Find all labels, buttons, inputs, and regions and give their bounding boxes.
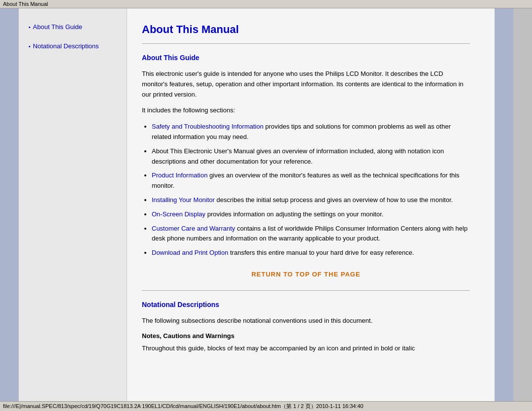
link-customer-care[interactable]: Customer Care and Warranty <box>152 225 235 232</box>
bullet-text-2: About This Electronic User's Manual give… <box>152 147 444 165</box>
bullet-item-2: About This Electronic User's Manual give… <box>152 146 470 167</box>
bullet-text-5: provides information on adjusting the se… <box>205 210 383 218</box>
statusbar-text: file:///E|/manual.SPEC/813/spec/cd/19/Q7… <box>3 403 364 409</box>
mid-divider <box>142 290 470 291</box>
link-product-info[interactable]: Product Information <box>152 171 207 179</box>
sidebar-item-about[interactable]: • About This Guide <box>29 23 119 36</box>
right-gutter <box>495 8 513 401</box>
bullet-item-4: Installing Your Monitor describes the in… <box>152 195 470 206</box>
section-about-this-guide: About This Guide This electronic user's … <box>142 54 470 258</box>
section-title-about: About This Guide <box>142 54 470 62</box>
sidebar: • About This Guide • Notational Descript… <box>19 8 127 401</box>
notational-paragraph-1: The following subsections describe notat… <box>142 316 470 326</box>
notational-additional: Throughout this guide, blocks of text ma… <box>142 343 470 354</box>
main-content: About This Manual About This Guide This … <box>127 8 495 401</box>
titlebar-text: About This Manual <box>3 1 48 7</box>
sidebar-link-notational[interactable]: Notational Descriptions <box>33 42 99 50</box>
bullet-item-7: Download and Print Option transfers this… <box>152 248 470 258</box>
bullet-item-6: Customer Care and Warranty contains a li… <box>152 224 470 244</box>
link-installing[interactable]: Installing Your Monitor <box>152 196 215 204</box>
statusbar: file:///E|/manual.SPEC/813/spec/cd/19/Q7… <box>0 401 532 411</box>
about-paragraph-1: This electronic user's guide is intended… <box>142 69 470 100</box>
section-title-notational: Notational Descriptions <box>142 301 470 308</box>
page-title: About This Manual <box>142 23 470 36</box>
bullet-1: • <box>29 24 31 30</box>
sidebar-link-about[interactable]: About This Guide <box>33 23 82 31</box>
about-paragraph-2: It includes the following sections: <box>142 105 470 116</box>
section-notational: Notational Descriptions The following su… <box>142 301 470 354</box>
return-to-top-link[interactable]: RETURN TO TOP OF THE PAGE <box>142 271 470 278</box>
notes-cautions-label: Notes, Cautions and Warnings <box>142 332 470 340</box>
link-download[interactable]: Download and Print Option <box>152 249 228 256</box>
link-osd[interactable]: On-Screen Display <box>152 210 205 218</box>
top-divider <box>142 43 470 44</box>
titlebar: About This Manual <box>0 0 532 8</box>
bullet-text-4: describes the initial setup process and … <box>215 196 453 204</box>
left-gutter <box>0 8 19 401</box>
about-bullet-list: Safety and Troubleshooting Information p… <box>152 122 470 258</box>
far-right-gutter <box>513 8 532 401</box>
bullet-2: • <box>29 43 31 49</box>
bullet-item-1: Safety and Troubleshooting Information p… <box>152 122 470 142</box>
sidebar-item-notational[interactable]: • Notational Descriptions <box>29 42 119 56</box>
bullet-item-3: Product Information gives an overview of… <box>152 171 470 191</box>
bullet-item-5: On-Screen Display provides information o… <box>152 209 470 220</box>
bullet-text-7: transfers this entire manual to your har… <box>228 249 414 256</box>
link-safety[interactable]: Safety and Troubleshooting Information <box>152 123 264 130</box>
